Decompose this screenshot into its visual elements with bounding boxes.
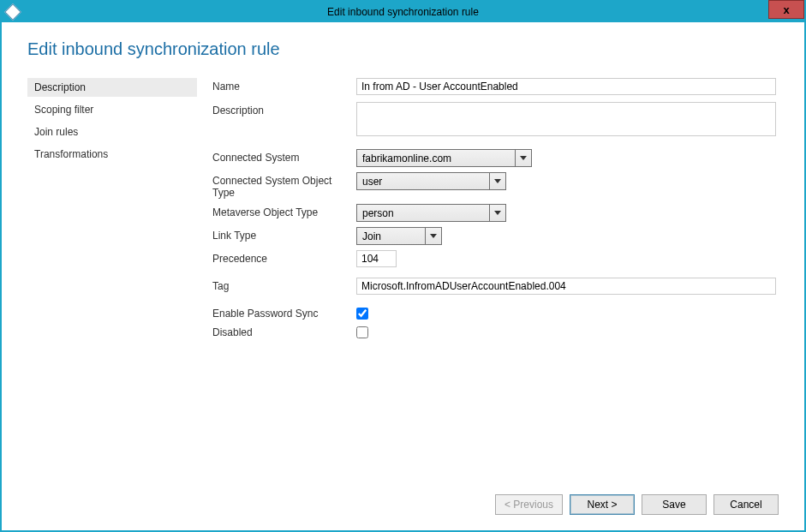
label-mv-object-type: Metaverse Object Type: [212, 204, 356, 218]
row-connected-system: Connected System fabrikamonline.com: [212, 149, 779, 167]
chevron-down-icon: [516, 150, 531, 166]
row-tag: Tag: [212, 278, 779, 295]
window-title: Edit inbound synchronization rule: [2, 6, 804, 18]
row-description: Description: [212, 102, 779, 139]
chevron-down-icon: [426, 228, 441, 244]
sidebar-item-label: Join rules: [34, 126, 78, 138]
dialog-window: Edit inbound synchronization rule x Edit…: [0, 0, 806, 532]
label-precedence: Precedence: [212, 250, 356, 265]
svg-marker-2: [494, 211, 501, 215]
save-button[interactable]: Save: [642, 494, 707, 515]
sidebar: Description Scoping filter Join rules Tr…: [27, 78, 197, 482]
content: Edit inbound synchronization rule Descri…: [2, 22, 804, 530]
sidebar-item-label: Scoping filter: [34, 104, 93, 116]
name-input[interactable]: [356, 78, 776, 95]
label-connected-system: Connected System: [212, 149, 356, 164]
row-cs-object-type: Connected System Object Type user: [212, 172, 779, 199]
row-link-type: Link Type Join: [212, 227, 779, 245]
sidebar-item-join-rules[interactable]: Join rules: [27, 123, 197, 141]
body-area: Description Scoping filter Join rules Tr…: [27, 78, 779, 482]
mv-object-type-combo[interactable]: person: [356, 204, 506, 222]
cs-object-type-combo[interactable]: user: [356, 172, 506, 190]
label-disabled: Disabled: [212, 324, 356, 338]
form-area: Name Description Connected System: [212, 78, 779, 482]
label-name: Name: [212, 78, 356, 93]
combo-text: user: [357, 173, 490, 189]
row-precedence: Precedence: [212, 250, 779, 267]
description-input[interactable]: [356, 102, 776, 136]
label-description: Description: [212, 102, 356, 117]
sidebar-item-label: Transformations: [34, 148, 108, 160]
combo-text: fabrikamonline.com: [357, 150, 516, 166]
label-link-type: Link Type: [212, 227, 356, 242]
footer: < Previous Next > Save Cancel: [27, 482, 779, 530]
svg-marker-1: [494, 179, 501, 183]
close-icon: x: [783, 3, 789, 16]
close-button[interactable]: x: [768, 0, 804, 19]
row-enable-pwd-sync: Enable Password Sync: [212, 305, 779, 322]
row-name: Name: [212, 78, 779, 95]
disabled-checkbox[interactable]: [356, 326, 368, 338]
connected-system-combo[interactable]: fabrikamonline.com: [356, 149, 532, 167]
svg-marker-0: [520, 156, 527, 160]
sidebar-item-scoping-filter[interactable]: Scoping filter: [27, 100, 197, 119]
cancel-button[interactable]: Cancel: [713, 494, 779, 515]
link-type-combo[interactable]: Join: [356, 227, 442, 245]
sidebar-item-description[interactable]: Description: [27, 78, 197, 97]
sidebar-item-transformations[interactable]: Transformations: [27, 145, 197, 164]
enable-pwd-sync-checkbox[interactable]: [356, 308, 368, 320]
page-title: Edit inbound synchronization rule: [27, 39, 779, 59]
combo-text: person: [357, 205, 490, 221]
label-enable-pwd-sync: Enable Password Sync: [212, 305, 356, 320]
svg-marker-3: [430, 234, 437, 238]
titlebar: Edit inbound synchronization rule x: [2, 2, 804, 22]
tag-input[interactable]: [356, 278, 776, 295]
app-icon: [4, 3, 21, 21]
previous-button[interactable]: < Previous: [495, 494, 563, 515]
precedence-input[interactable]: [356, 250, 397, 267]
row-mv-object-type: Metaverse Object Type person: [212, 204, 779, 222]
next-button[interactable]: Next >: [570, 494, 635, 515]
row-disabled: Disabled: [212, 324, 779, 341]
label-tag: Tag: [212, 278, 356, 292]
combo-text: Join: [357, 228, 426, 244]
sidebar-item-label: Description: [34, 81, 86, 93]
chevron-down-icon: [490, 205, 505, 221]
label-cs-object-type: Connected System Object Type: [212, 172, 356, 199]
chevron-down-icon: [490, 173, 505, 189]
